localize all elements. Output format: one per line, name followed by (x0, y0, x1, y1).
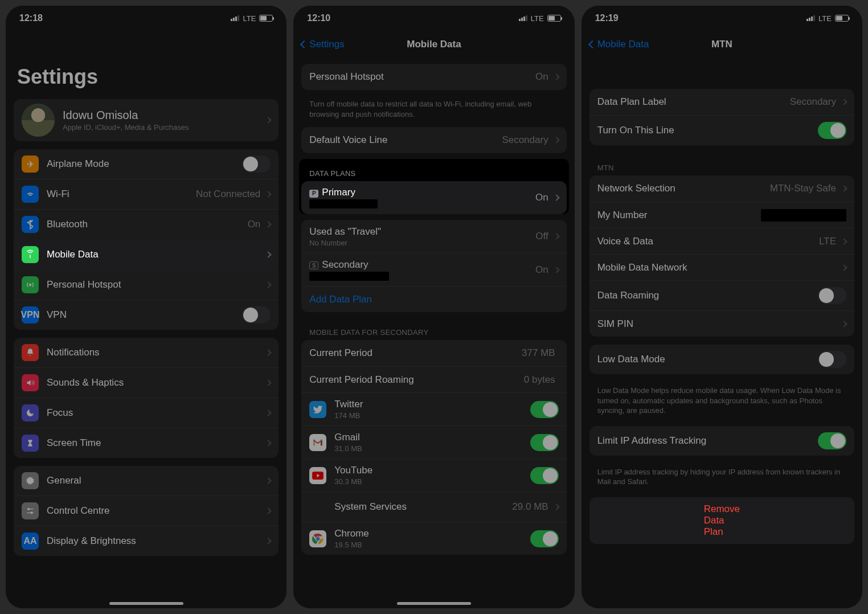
battery-icon (547, 15, 561, 22)
gmail-toggle[interactable] (530, 434, 559, 451)
youtube-toggle[interactable] (530, 467, 559, 484)
chevron-right-icon (553, 137, 559, 143)
roam-toggle[interactable] (818, 287, 846, 304)
mtn-header: MTN (589, 153, 854, 175)
row-voice-data[interactable]: Voice & Data LTE (589, 228, 854, 254)
row-hotspot[interactable]: Personal Hotspot (14, 269, 279, 300)
row-mobile-data[interactable]: Mobile Data (14, 239, 279, 269)
profile-name: Idowu Omisola (63, 109, 264, 122)
low-data-group: Low Data Mode (589, 345, 854, 374)
wifi-label: Wi-Fi (47, 189, 196, 200)
row-low-data-mode[interactable]: Low Data Mode (589, 345, 854, 374)
wifi-value: Not Connected (196, 189, 260, 200)
status-indicators: LTE (519, 14, 561, 23)
remove-data-plan-button[interactable]: Remove Data Plan (589, 497, 854, 544)
gmail-label: Gmail (334, 432, 530, 443)
home-indicator[interactable] (397, 602, 471, 605)
chevron-right-icon (553, 267, 559, 273)
gmail-usage: 31.0 MB (334, 444, 530, 453)
row-general[interactable]: General (14, 466, 279, 496)
limitip-footer: Limit IP address tracking by hiding your… (589, 464, 854, 489)
row-personal-hotspot[interactable]: Personal Hotspot On (301, 64, 566, 90)
row-mobile-data-network[interactable]: Mobile Data Network (589, 254, 854, 280)
bt-value: On (248, 219, 261, 230)
clock: 12:10 (307, 13, 330, 23)
vpn-label: VPN (47, 309, 242, 321)
row-app-twitter[interactable]: Twitter 174 MB (301, 392, 566, 425)
vpn-toggle[interactable] (242, 306, 271, 324)
row-app-chrome[interactable]: Chrome 19.5 MB (301, 522, 566, 555)
twitter-toggle[interactable] (530, 401, 559, 418)
home-indicator[interactable] (109, 602, 183, 605)
clock: 12:18 (19, 13, 43, 23)
row-data-roaming[interactable]: Data Roaming (589, 280, 854, 310)
nav-title: Mobile Data (407, 39, 461, 50)
row-turn-on-line[interactable]: Turn On This Line (589, 115, 854, 145)
twitter-label: Twitter (334, 399, 530, 410)
row-default-voice-line[interactable]: Default Voice Line Secondary (301, 127, 566, 153)
row-plan-primary[interactable]: PPrimary On (301, 181, 566, 214)
chevron-right-icon (265, 251, 272, 257)
limitip-toggle[interactable] (818, 432, 846, 449)
notif-label: Notifications (47, 347, 264, 358)
row-display[interactable]: AA Display & Brightness (14, 526, 279, 556)
redacted-number (761, 209, 846, 222)
gmail-icon (309, 434, 326, 451)
focus-label: Focus (47, 407, 264, 419)
bluetooth-icon (22, 216, 39, 233)
sim-badge-p: P (309, 190, 318, 198)
network-label: LTE (243, 14, 256, 23)
row-control-centre[interactable]: Control Centre (14, 496, 279, 526)
row-screen-time[interactable]: Screen Time (14, 428, 279, 458)
lowdata-toggle[interactable] (818, 351, 846, 368)
row-focus[interactable]: Focus (14, 398, 279, 428)
plan-label-value: Secondary (790, 96, 836, 108)
lowdata-footer: Low Data Mode helps reduce mobile data u… (589, 382, 854, 418)
plan-label: Data Plan Label (597, 96, 790, 108)
mynum-label: My Number (597, 210, 761, 221)
row-vpn[interactable]: VPN VPN (14, 300, 279, 330)
signal-icon (519, 15, 527, 21)
hotspot-value: On (535, 71, 548, 83)
plan-primary-label: PPrimary (309, 187, 535, 198)
row-app-youtube[interactable]: YouTube 30.3 MB (301, 459, 566, 492)
redacted-number (309, 272, 389, 281)
plan-travel-label: Used as "Travel" (309, 226, 535, 238)
row-limit-ip[interactable]: Limit IP Address Tracking (589, 426, 854, 456)
youtube-icon (309, 467, 326, 484)
carrier-group: Network Selection MTN-Stay Safe My Numbe… (589, 175, 854, 337)
other-plans-group: Used as "Travel" No Number Off SSecondar… (301, 220, 566, 312)
row-sim-pin[interactable]: SIM PIN (589, 310, 854, 337)
display-label: Display & Brightness (47, 535, 264, 547)
apple-id-card[interactable]: Idowu Omisola Apple ID, iCloud+, Media &… (14, 99, 279, 141)
row-plan-travel[interactable]: Used as "Travel" No Number Off (301, 220, 566, 253)
row-data-plan-label[interactable]: Data Plan Label Secondary (589, 89, 854, 115)
back-button[interactable]: Mobile Data (589, 39, 649, 50)
chevron-right-icon (841, 264, 847, 271)
turn-on-toggle[interactable] (818, 122, 846, 139)
row-network-selection[interactable]: Network Selection MTN-Stay Safe (589, 175, 854, 202)
back-button[interactable]: Settings (301, 39, 344, 50)
voice-value: Secondary (502, 134, 548, 146)
chevron-right-icon (265, 477, 272, 484)
row-notifications[interactable]: Notifications (14, 338, 279, 367)
roam-label: Data Roaming (597, 290, 818, 301)
svg-point-2 (28, 508, 30, 510)
chrome-toggle[interactable] (530, 530, 559, 547)
row-sounds[interactable]: Sounds & Haptics (14, 367, 279, 398)
nav-bar: Settings Mobile Data (293, 31, 574, 58)
row-plan-secondary[interactable]: SSecondary On (301, 253, 566, 286)
avatar (22, 104, 55, 137)
row-my-number[interactable]: My Number (589, 202, 854, 228)
row-bluetooth[interactable]: Bluetooth On (14, 209, 279, 239)
network-label: LTE (818, 14, 832, 23)
airplane-toggle[interactable] (242, 155, 271, 173)
netsel-label: Network Selection (597, 183, 770, 194)
row-system-services[interactable]: System Services 29.0 MB (301, 492, 566, 522)
row-app-gmail[interactable]: Gmail 31.0 MB (301, 425, 566, 459)
airplane-label: Airplane Mode (47, 158, 242, 170)
row-wifi[interactable]: Wi-Fi Not Connected (14, 179, 279, 209)
simpin-label: SIM PIN (597, 318, 840, 330)
row-add-data-plan[interactable]: Add Data Plan (301, 286, 566, 312)
row-airplane-mode[interactable]: ✈ Airplane Mode (14, 149, 279, 179)
